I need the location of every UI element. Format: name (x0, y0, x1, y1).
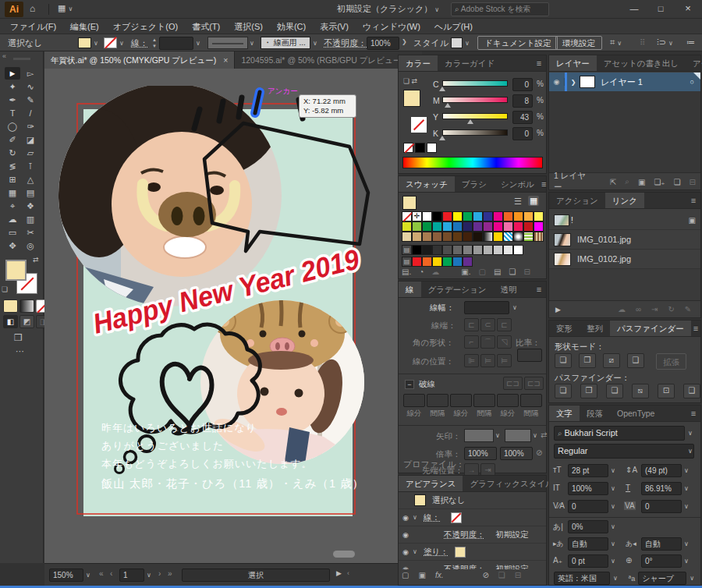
appearance-row-fill[interactable]: ◉ ∨ 塗り： (399, 544, 546, 561)
swatch[interactable] (513, 211, 523, 221)
stroke-weight-chevron[interactable]: ∨ (196, 40, 200, 47)
symbol-sprayer-tool[interactable]: ☁ (5, 213, 20, 225)
gradient-tool[interactable]: ▤ (23, 186, 38, 199)
unite-button[interactable]: ❏ (555, 353, 572, 368)
leading-field[interactable]: (49 pt) (641, 464, 682, 477)
eye-icon[interactable]: ◉ (399, 548, 413, 556)
language-field[interactable]: 英語：米国 (554, 572, 610, 585)
swatch[interactable] (483, 232, 493, 242)
char-rotation-field[interactable]: 0° (641, 554, 682, 568)
relink-icon[interactable]: ∞ (636, 305, 641, 313)
swatch[interactable] (493, 211, 503, 221)
tab-swatches[interactable]: スウォッチ (399, 176, 455, 192)
swatch-group-folder-icon[interactable]: ▤ (402, 257, 412, 267)
swatch[interactable] (402, 232, 412, 242)
puppet-warp-tool[interactable]: ⊺ (23, 160, 38, 172)
new-effect-icon[interactable]: fx. (435, 571, 444, 579)
horizontal-scrollbar-thumb[interactable] (333, 551, 355, 558)
swatch[interactable] (452, 211, 463, 221)
dash-field-0[interactable] (403, 394, 425, 407)
home-icon[interactable]: ⌂ (30, 3, 35, 14)
locate-object-icon[interactable]: ⌕ (625, 177, 629, 186)
add-from-library-icon[interactable]: ☁ (431, 267, 439, 276)
exclude-button[interactable]: ❑ (627, 353, 644, 368)
width-profile-chevron[interactable]: ∨ (250, 40, 254, 47)
dash-field-1[interactable] (427, 394, 448, 407)
message-line-1[interactable]: 昨年はいろいろとお世話になり (101, 422, 257, 434)
menu-item-5[interactable]: 効果(C) (270, 19, 313, 34)
swatch[interactable] (473, 245, 483, 255)
update-link-icon[interactable]: ↻ (668, 305, 674, 313)
close-button[interactable]: × (674, 0, 702, 18)
appearance-row-stroke-opacity[interactable]: ◉ 不透明度： 初期設定 (399, 526, 546, 544)
draw-behind-mode[interactable]: ◩ (20, 315, 34, 328)
minimize-button[interactable]: — (621, 0, 647, 18)
tab-links[interactable]: リンク (605, 193, 644, 208)
swatch[interactable] (493, 221, 503, 232)
color-spectrum-bar[interactable] (402, 157, 543, 168)
baseline-shift-field[interactable]: 0 pt (568, 554, 608, 568)
tracking-chevron[interactable]: ∨ (684, 503, 689, 510)
tab-pathfinder[interactable]: パスファインダー (610, 321, 691, 336)
swatch[interactable] (493, 232, 503, 242)
ellipse-tool[interactable]: ◯ (5, 120, 20, 133)
tick-stroke[interactable] (219, 101, 223, 121)
swatch[interactable] (442, 245, 452, 255)
cap-butt-button[interactable]: ⊏ (464, 318, 479, 331)
preferences-button[interactable]: 環境設定 (555, 36, 602, 50)
panel-list-icon[interactable]: ≔ (686, 37, 695, 48)
status-menu-icon[interactable]: ▶ (336, 569, 342, 577)
new-stroke-icon[interactable]: ▢ (402, 571, 409, 579)
menu-item-0[interactable]: ファイル(F) (3, 19, 63, 34)
swatch[interactable] (463, 245, 473, 255)
canvas-area[interactable]: Happy New Year 2019 昨年はいろいろとお世話になり ありがとう… (44, 69, 398, 563)
eraser-tool[interactable]: ◪ (23, 133, 38, 146)
font-family-field[interactable]: ⌕ Bukhari Script (554, 426, 685, 441)
aki-right-chevron[interactable]: ∨ (684, 540, 689, 547)
eye-icon[interactable]: ◉ (399, 531, 413, 539)
channel-slider[interactable] (442, 80, 508, 87)
maximize-button[interactable]: □ (647, 0, 674, 18)
outline-button[interactable]: ⊡ (658, 384, 675, 398)
brush-chevron[interactable]: ∨ (313, 40, 317, 47)
new-fill-icon[interactable]: ▣ (418, 571, 425, 579)
tab-transparency[interactable]: 透明 (493, 282, 523, 297)
panel-menu-icon[interactable]: ≡ (686, 193, 700, 208)
zoom-level-field[interactable]: 150% (49, 569, 83, 582)
channel-value-field[interactable]: 8 (512, 94, 533, 108)
artboard-number-field[interactable]: 1 (119, 569, 144, 582)
new-group-icon[interactable]: ▤ (494, 267, 501, 276)
mesh-tool[interactable]: ▦ (5, 186, 20, 199)
tab-gradient[interactable]: グラデーション (421, 282, 494, 297)
style-chevron[interactable]: ∨ (465, 40, 470, 47)
appearance-row-selection[interactable]: 選択なし (399, 492, 546, 509)
arrow-end-chevron[interactable]: ∨ (533, 432, 537, 439)
tab-paragraph[interactable]: 段落 (580, 406, 610, 421)
tab-color-guide[interactable]: カラーガイド (438, 55, 502, 71)
black-swatch[interactable] (415, 143, 425, 153)
font-size-chevron[interactable]: ∨ (611, 467, 615, 474)
workspace-switcher-icon[interactable]: ▦ ∨ (58, 3, 73, 13)
swatch[interactable] (452, 245, 463, 255)
scale-link-icon[interactable]: ⊘ (536, 448, 542, 457)
tab-character[interactable]: 文字 (549, 406, 580, 421)
boar-nose[interactable] (158, 192, 216, 237)
duplicate-item-icon[interactable]: ❏ (498, 571, 505, 579)
limit-field[interactable] (517, 349, 542, 362)
tab-color[interactable]: カラー (399, 55, 438, 71)
appearance-row-stroke[interactable]: ◉ ∨ 線： (399, 509, 546, 526)
shape-builder-tool[interactable]: ⊞ (5, 173, 20, 186)
horizontal-scale-chevron[interactable]: ∨ (684, 485, 689, 492)
link-row[interactable]: IMG_0101.jpg (549, 230, 700, 250)
dash-field-2[interactable] (450, 394, 472, 407)
swatch[interactable] (442, 221, 452, 232)
swatch[interactable] (463, 257, 473, 267)
cap-round-button[interactable]: ⊂ (480, 318, 495, 331)
graph-tool[interactable]: ▥ (23, 213, 38, 225)
arrow-scale-start[interactable]: 100% (464, 447, 497, 460)
swatch[interactable] (422, 232, 432, 242)
fill-swatch[interactable] (455, 547, 466, 558)
grid-view-button[interactable]: ▦ (528, 196, 539, 206)
list-view-button[interactable]: ☰ (514, 197, 522, 207)
swatch[interactable] (483, 221, 493, 232)
